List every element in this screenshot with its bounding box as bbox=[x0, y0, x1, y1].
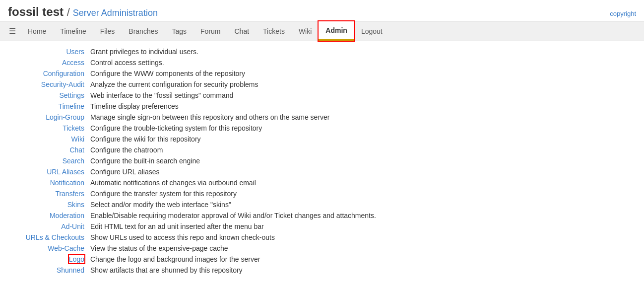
admin-desc: Web interface to the "fossil settings" c… bbox=[87, 90, 636, 101]
admin-link-logo[interactable]: Logo bbox=[69, 255, 84, 263]
admin-link-tickets[interactable]: Tickets bbox=[63, 124, 84, 132]
admin-desc: Configure the transfer system for this r… bbox=[87, 188, 636, 199]
nav-item-branches[interactable]: Branches bbox=[122, 22, 165, 40]
admin-desc: Grant privileges to individual users. bbox=[87, 46, 636, 57]
admin-desc: Enable/Disable requiring moderator appro… bbox=[87, 210, 636, 221]
table-row: SkinsSelect and/or modify the web interf… bbox=[8, 199, 636, 210]
admin-desc: Manage single sign-on between this repos… bbox=[87, 112, 636, 123]
admin-content: UsersGrant privileges to individual user… bbox=[0, 41, 644, 281]
table-row: SearchConfigure the built-in search engi… bbox=[8, 155, 636, 166]
nav-item-timeline[interactable]: Timeline bbox=[53, 22, 93, 40]
admin-link-shunned[interactable]: Shunned bbox=[57, 266, 84, 274]
admin-desc: Show URLs used to access this repo and k… bbox=[87, 232, 636, 243]
table-row: ModerationEnable/Disable requiring moder… bbox=[8, 210, 636, 221]
server-admin-link[interactable]: Server Administration bbox=[73, 8, 158, 18]
admin-link-url-aliases[interactable]: URL Aliases bbox=[47, 168, 84, 176]
table-row: UsersGrant privileges to individual user… bbox=[8, 46, 636, 57]
table-row: TicketsConfigure the trouble-ticketing s… bbox=[8, 123, 636, 134]
admin-desc: Select and/or modify the web interface "… bbox=[87, 199, 636, 210]
admin-link-users[interactable]: Users bbox=[66, 48, 84, 56]
hamburger-menu[interactable]: ☰ bbox=[4, 22, 21, 40]
nav-item-logout[interactable]: Logout bbox=[354, 22, 389, 40]
admin-link-settings[interactable]: Settings bbox=[59, 91, 84, 99]
admin-link-skins[interactable]: Skins bbox=[67, 201, 84, 209]
table-row: NotificationAutomatic notifications of c… bbox=[8, 177, 636, 188]
admin-link-access[interactable]: Access bbox=[62, 59, 84, 67]
admin-link-configuration[interactable]: Configuration bbox=[43, 70, 84, 77]
table-row: SettingsWeb interface to the "fossil set… bbox=[8, 90, 636, 101]
table-row: URL AliasesConfigure URL aliases bbox=[8, 166, 636, 177]
admin-link-security-audit[interactable]: Security-Audit bbox=[41, 80, 84, 88]
nav-item-forum[interactable]: Forum bbox=[193, 22, 227, 40]
nav-item-wiki[interactable]: Wiki bbox=[292, 22, 319, 40]
table-row: Login-GroupManage single sign-on between… bbox=[8, 112, 636, 123]
admin-desc: Configure the wiki for this repository bbox=[87, 134, 636, 145]
navbar: ☰ HomeTimelineFilesBranchesTagsForumChat… bbox=[0, 21, 644, 41]
table-row: WikiConfigure the wiki for this reposito… bbox=[8, 134, 636, 145]
nav-item-tags[interactable]: Tags bbox=[165, 22, 193, 40]
admin-desc: Timeline display preferences bbox=[87, 101, 636, 112]
nav-item-admin[interactable]: Admin bbox=[319, 21, 354, 41]
admin-desc: Edit HTML text for an ad unit inserted a… bbox=[87, 221, 636, 232]
admin-desc: Configure the trouble-ticketing system f… bbox=[87, 123, 636, 134]
admin-link-wiki[interactable]: Wiki bbox=[71, 135, 84, 143]
admin-link-ad-unit[interactable]: Ad-Unit bbox=[61, 222, 84, 230]
table-row: LogoChange the logo and background image… bbox=[8, 254, 636, 265]
nav-item-files[interactable]: Files bbox=[93, 22, 122, 40]
admin-link-web-cache[interactable]: Web-Cache bbox=[48, 244, 84, 252]
table-row: TimelineTimeline display preferences bbox=[8, 101, 636, 112]
admin-desc: Configure the WWW components of the repo… bbox=[87, 68, 636, 79]
admin-desc: Configure URL aliases bbox=[87, 166, 636, 177]
table-row: TransfersConfigure the transfer system f… bbox=[8, 188, 636, 199]
table-row: ConfigurationConfigure the WWW component… bbox=[8, 68, 636, 79]
admin-desc: View the status of the expensive-page ca… bbox=[87, 243, 636, 254]
admin-desc: Change the logo and background images fo… bbox=[87, 254, 636, 265]
admin-desc: Show artifacts that are shunned by this … bbox=[87, 265, 636, 276]
table-row: Ad-UnitEdit HTML text for an ad unit ins… bbox=[8, 221, 636, 232]
admin-link-login-group[interactable]: Login-Group bbox=[46, 113, 84, 121]
admin-link-timeline[interactable]: Timeline bbox=[59, 102, 84, 110]
admin-desc: Configure the chatroom bbox=[87, 145, 636, 155]
admin-link-search[interactable]: Search bbox=[63, 157, 84, 165]
table-row: Web-CacheView the status of the expensiv… bbox=[8, 243, 636, 254]
table-row: Security-AuditAnalyze the current config… bbox=[8, 79, 636, 90]
admin-table: UsersGrant privileges to individual user… bbox=[8, 46, 636, 276]
nav-item-home[interactable]: Home bbox=[21, 22, 53, 40]
admin-link-notification[interactable]: Notification bbox=[50, 179, 84, 187]
admin-link-chat[interactable]: Chat bbox=[69, 146, 84, 154]
copyright-link[interactable]: copyright bbox=[610, 10, 636, 17]
table-row: AccessControl access settings. bbox=[8, 57, 636, 68]
admin-link-transfers[interactable]: Transfers bbox=[55, 190, 84, 198]
admin-desc: Analyze the current configuration for se… bbox=[87, 79, 636, 90]
nav-item-tickets[interactable]: Tickets bbox=[256, 22, 292, 40]
title-separator: / bbox=[67, 6, 70, 18]
table-row: ChatConfigure the chatroom bbox=[8, 145, 636, 155]
admin-desc: Configure the built-in search engine bbox=[87, 155, 636, 166]
admin-link-moderation[interactable]: Moderation bbox=[50, 212, 84, 219]
admin-link-urls-checkouts[interactable]: URLs & Checkouts bbox=[26, 233, 84, 241]
admin-desc: Control access settings. bbox=[87, 57, 636, 68]
admin-desc: Automatic notifications of changes via o… bbox=[87, 177, 636, 188]
site-title: fossil test / bbox=[8, 5, 70, 19]
table-row: ShunnedShow artifacts that are shunned b… bbox=[8, 265, 636, 276]
table-row: URLs & CheckoutsShow URLs used to access… bbox=[8, 232, 636, 243]
nav-item-chat[interactable]: Chat bbox=[228, 22, 257, 40]
